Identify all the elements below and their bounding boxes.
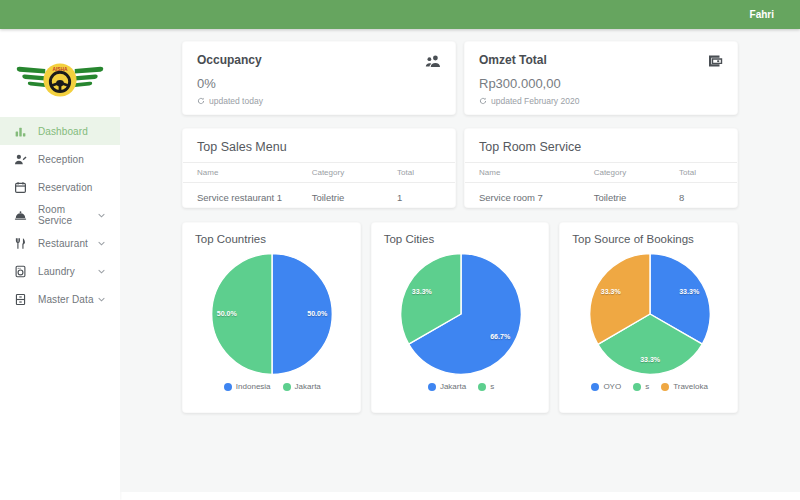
legend-dot	[478, 383, 486, 391]
stats-row: Occupancy 0% updated today Omzet Total R…	[182, 41, 738, 115]
chart-title: Top Source of Bookings	[572, 233, 727, 245]
refresh-icon	[479, 97, 487, 105]
calendar-icon	[14, 181, 27, 194]
table-body: Service room 7Toiletrie8	[465, 183, 737, 208]
occupancy-value: 0%	[197, 76, 441, 91]
legend-item-traveloka[interactable]: Traveloka	[661, 382, 708, 391]
chevron-down-icon	[97, 267, 106, 276]
legend-label: s	[490, 382, 494, 391]
sidebar-item-laundry[interactable]: Laundry	[0, 257, 120, 285]
page-layout: AISHA DashboardReceptionReservationRoom …	[0, 29, 800, 500]
refresh-icon	[197, 97, 205, 105]
table-cell: Service room 7	[479, 192, 594, 203]
pie-data-label: 33.3%	[679, 288, 700, 295]
sidebar-item-label: Room Service	[38, 204, 97, 226]
tables-row: Top Sales Menu Name Category Total Servi…	[182, 128, 738, 208]
sidebar-item-label: Dashboard	[38, 126, 88, 137]
column-header: Name	[479, 168, 594, 177]
table-row: Service room 7Toiletrie8	[465, 183, 737, 208]
wallet-icon	[707, 53, 723, 69]
legend-dot	[428, 383, 436, 391]
chart-legend: OYOsTraveloka	[572, 382, 727, 391]
legend-item-s[interactable]: s	[633, 382, 649, 391]
table-title: Top Room Service	[465, 129, 737, 162]
pie-data-label: 50.0%	[217, 310, 238, 317]
column-header: Category	[594, 168, 679, 177]
legend-item-jakarta[interactable]: Jakarta	[428, 382, 466, 391]
restaurant-icon	[14, 237, 27, 250]
table-cell: Toiletrie	[594, 192, 679, 203]
legend-label: Jakarta	[440, 382, 466, 391]
legend-label: s	[645, 382, 649, 391]
legend-dot	[224, 383, 232, 391]
table-cell: Service restaurant 1	[197, 192, 312, 203]
column-header: Total	[679, 168, 723, 177]
user-name[interactable]: Fahri	[750, 9, 774, 20]
table-cell: 8	[679, 192, 723, 203]
legend-label: OYO	[603, 382, 621, 391]
occupancy-card: Occupancy 0% updated today	[182, 41, 456, 115]
omzet-total-card: Omzet Total Rp300.000,00 updated Februar…	[464, 41, 738, 115]
legend-item-jakarta[interactable]: Jakarta	[283, 382, 321, 391]
legend-label: Traveloka	[673, 382, 708, 391]
column-header: Total	[397, 168, 441, 177]
chevron-down-icon	[97, 239, 106, 248]
chart-title: Top Cities	[384, 233, 539, 245]
sidebar-item-room-service[interactable]: Room Service	[0, 201, 120, 229]
aisha-logo-icon: AISHA	[14, 57, 106, 103]
sidebar-item-label: Laundry	[38, 266, 75, 277]
person-edit-icon	[14, 153, 27, 166]
sidebar-item-label: Reception	[38, 154, 84, 165]
topbar: Fahri	[0, 0, 800, 29]
sidebar-item-reservation[interactable]: Reservation	[0, 173, 120, 201]
pie-data-label: 66.7%	[490, 333, 511, 340]
legend-dot	[633, 383, 641, 391]
card-title: Omzet Total	[479, 53, 547, 67]
chevron-down-icon	[97, 295, 106, 304]
legend-label: Jakarta	[295, 382, 321, 391]
sidebar: AISHA DashboardReceptionReservationRoom …	[0, 29, 120, 500]
main-content: Occupancy 0% updated today Omzet Total R…	[120, 29, 800, 492]
sidebar-item-label: Reservation	[38, 182, 92, 193]
chart-bar-icon	[14, 125, 27, 138]
laundry-icon	[14, 265, 27, 278]
sidebar-item-label: Restaurant	[38, 238, 88, 249]
table-cell: 1	[397, 192, 441, 203]
updated-text: updated February 2020	[491, 96, 579, 106]
table-title: Top Sales Menu	[183, 129, 455, 162]
table-body: Service restaurant 1Toiletrie1	[183, 183, 455, 208]
top-sales-menu-card: Top Sales Menu Name Category Total Servi…	[182, 128, 456, 208]
people-icon	[425, 53, 441, 69]
column-header: Category	[312, 168, 397, 177]
chart-legend: Jakartas	[384, 382, 539, 391]
room-service-icon	[14, 209, 27, 222]
table-header: Name Category Total	[183, 162, 455, 183]
updated-text: updated today	[209, 96, 263, 106]
top-countries-card: Top Countries 50.0%50.0% IndonesiaJakart…	[182, 222, 361, 413]
table-cell: Toiletrie	[312, 192, 397, 203]
sidebar-menu: DashboardReceptionReservationRoom Servic…	[0, 117, 120, 313]
legend-item-oyo[interactable]: OYO	[591, 382, 621, 391]
pie-data-label: 33.3%	[412, 288, 433, 295]
legend-item-indonesia[interactable]: Indonesia	[224, 382, 271, 391]
column-header: Name	[197, 168, 312, 177]
chart-title: Top Countries	[195, 233, 350, 245]
app-logo: AISHA	[0, 29, 120, 117]
sidebar-item-dashboard[interactable]: Dashboard	[0, 117, 120, 145]
sidebar-item-restaurant[interactable]: Restaurant	[0, 229, 120, 257]
sidebar-item-reception[interactable]: Reception	[0, 145, 120, 173]
sidebar-item-label: Master Data	[38, 294, 94, 305]
legend-item-s[interactable]: s	[478, 382, 494, 391]
table-row: Service restaurant 1Toiletrie1	[183, 183, 455, 208]
pie-data-label: 33.3%	[600, 288, 621, 295]
pie-data-label: 50.0%	[308, 310, 329, 317]
legend-dot	[661, 383, 669, 391]
chevron-down-icon	[97, 211, 106, 220]
sidebar-item-master-data[interactable]: Master Data	[0, 285, 120, 313]
chart-legend: IndonesiaJakarta	[195, 382, 350, 391]
pie-chart-top-cities[interactable]: 66.7%33.3%	[395, 248, 527, 380]
table-header: Name Category Total	[465, 162, 737, 183]
pie-chart-top-source-of-bookings[interactable]: 33.3%33.3%33.3%	[584, 248, 716, 380]
legend-label: Indonesia	[236, 382, 271, 391]
pie-chart-top-countries[interactable]: 50.0%50.0%	[206, 248, 338, 380]
